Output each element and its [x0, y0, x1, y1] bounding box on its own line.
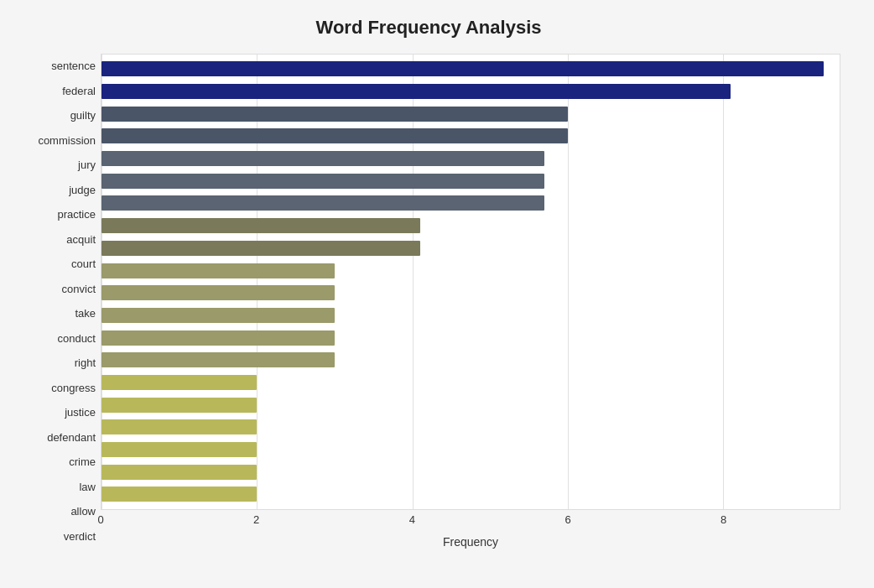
bar: [101, 61, 824, 76]
bar-row: [101, 149, 840, 168]
y-label: take: [75, 304, 96, 323]
x-axis-title: Frequency: [101, 535, 840, 549]
bar-row: [101, 373, 840, 392]
grid-and-bars: [101, 54, 840, 510]
y-label: jury: [78, 156, 96, 174]
y-label: sentence: [51, 57, 96, 75]
y-label: practice: [57, 206, 96, 224]
bar: [101, 241, 420, 256]
bar-row: [101, 127, 840, 145]
x-label: 2: [253, 513, 259, 526]
bars-wrapper: [101, 55, 840, 509]
bar: [101, 487, 257, 502]
bar: [101, 308, 335, 323]
y-label: judge: [69, 180, 96, 199]
bar-row: [101, 485, 840, 503]
bar: [101, 218, 420, 233]
y-label: court: [71, 255, 96, 273]
y-label: verdict: [64, 527, 96, 545]
bar-row: [101, 329, 840, 347]
y-label: crime: [69, 453, 96, 471]
y-label: right: [75, 354, 96, 372]
y-label: allow: [70, 502, 96, 521]
y-label: defendant: [47, 428, 96, 446]
bar: [101, 263, 335, 278]
bar: [101, 151, 544, 166]
y-label: conduct: [57, 329, 96, 347]
bar: [101, 107, 568, 122]
bar-row: [101, 418, 840, 436]
x-label: 8: [721, 513, 726, 526]
bar-row: [101, 463, 840, 481]
bar: [101, 419, 257, 434]
bar: [101, 465, 257, 480]
bar-row: [101, 284, 840, 302]
bar-row: [101, 262, 840, 280]
y-label: commission: [38, 131, 96, 149]
bar-row: [101, 82, 840, 101]
bar: [101, 195, 544, 211]
bar-row: [101, 216, 840, 235]
chart-title: Word Frequency Analysis: [17, 17, 840, 39]
x-label: 6: [564, 513, 570, 526]
y-label: congress: [51, 378, 96, 397]
bar-row: [101, 194, 840, 212]
y-label: law: [79, 477, 96, 496]
x-label: 0: [97, 513, 103, 526]
bar: [101, 398, 257, 413]
y-labels: sentencefederalguiltycommissionjuryjudge…: [17, 54, 101, 549]
bar: [101, 174, 544, 189]
bar-row: [101, 239, 840, 258]
y-label: acquit: [66, 230, 96, 248]
bar: [101, 352, 335, 367]
bar: [101, 128, 568, 143]
bar: [101, 442, 257, 457]
y-label: federal: [62, 81, 96, 100]
bar-row: [101, 306, 840, 325]
x-axis-labels: 02468: [101, 513, 840, 530]
bar-row: [101, 105, 840, 123]
x-label: 4: [409, 513, 415, 526]
chart-container: Word Frequency Analysis sentencefederalg…: [0, 0, 874, 588]
bar-row: [101, 351, 840, 369]
y-label: convict: [62, 279, 96, 298]
bar-row: [101, 396, 840, 414]
y-label: justice: [65, 403, 96, 422]
y-label: guilty: [70, 107, 96, 125]
bar-row: [101, 60, 840, 78]
bars-section: 02468 Frequency: [101, 54, 840, 549]
bar: [101, 285, 335, 300]
bar-row: [101, 172, 840, 190]
chart-area: sentencefederalguiltycommissionjuryjudge…: [17, 54, 840, 549]
bar: [101, 330, 335, 346]
bar: [101, 375, 257, 390]
bar: [101, 84, 731, 99]
bar-row: [101, 440, 840, 459]
